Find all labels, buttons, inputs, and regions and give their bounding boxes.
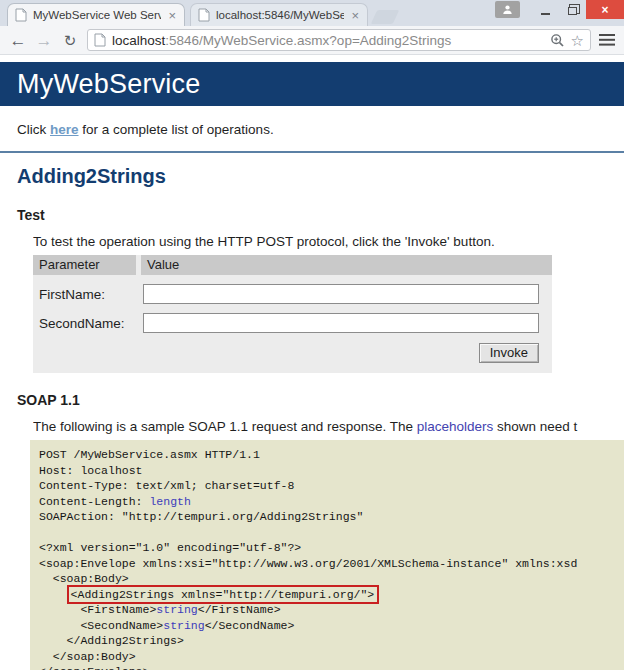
code-line: POST /MyWebService.asmx HTTP/1.1 <box>39 448 260 461</box>
minimize-button[interactable] <box>532 0 559 19</box>
url-text[interactable]: localhost:5846/MyWebService.asmx?op=Addi… <box>112 33 544 48</box>
secondname-input[interactable] <box>143 313 539 333</box>
soap11-heading: SOAP 1.1 <box>17 392 624 408</box>
profile-button[interactable] <box>495 1 520 18</box>
column-header-parameter: Parameter <box>33 255 136 275</box>
description-text: The following is a sample SOAP 1.1 reque… <box>33 419 417 434</box>
bookmark-star-icon[interactable]: ☆ <box>571 33 584 48</box>
browser-toolbar: ← → ↻ localhost:5846/MyWebService.asmx?o… <box>0 26 624 55</box>
zoom-icon[interactable] <box>550 33 565 48</box>
column-header-value: Value <box>141 255 552 275</box>
code-line: </FirstName> <box>198 603 281 616</box>
close-button[interactable]: × <box>586 0 624 19</box>
operations-intro: Click here for a complete list of operat… <box>17 122 624 137</box>
code-line: <SecondName> <box>39 619 163 632</box>
invoke-button[interactable]: Invoke <box>479 343 539 363</box>
firstname-label: FirstName: <box>33 287 143 302</box>
table-header-row: Parameter Value <box>33 255 552 275</box>
tab-title: localhost:5846/MyWebSe <box>216 9 344 21</box>
code-line: <?xml version="1.0" encoding="utf-8"?> <box>39 541 301 554</box>
back-icon[interactable]: ← <box>9 32 27 49</box>
address-bar[interactable]: localhost:5846/MyWebService.asmx?op=Addi… <box>87 29 591 51</box>
code-line: SOAPAction: "http://tempuri.org/Adding2S… <box>39 510 363 523</box>
url-path: :5846/MyWebService.asmx?op=Adding2String… <box>165 33 451 48</box>
reload-icon[interactable]: ↻ <box>61 33 79 48</box>
code-line <box>39 526 46 539</box>
test-parameters-table: Parameter Value FirstName: SecondName: I… <box>33 255 552 373</box>
new-tab-button[interactable] <box>371 10 400 24</box>
code-line <box>39 588 67 601</box>
page-favicon-icon <box>15 8 27 22</box>
test-heading: Test <box>17 207 624 223</box>
operation-title: Adding2Strings <box>17 165 624 188</box>
tab-mywebservice[interactable]: MyWebService Web Servi × <box>7 3 185 26</box>
code-line: Content-Length: <box>39 495 149 508</box>
code-line: </SecondName> <box>205 619 295 632</box>
code-line: Content-Type: text/xml; charset=utf-8 <box>39 479 294 492</box>
page-favicon-icon <box>198 8 210 22</box>
code-line: Host: localhost <box>39 464 143 477</box>
code-line: <soap:Envelope xmlns:xsi="http://www.w3.… <box>39 557 577 570</box>
code-line: </soap:Envelope> <box>39 665 149 670</box>
code-line: <FirstName> <box>39 603 156 616</box>
tab-localhost[interactable]: localhost:5846/MyWebSe × <box>190 3 368 26</box>
restore-button[interactable] <box>559 0 586 19</box>
tab-title: MyWebService Web Servi <box>33 9 161 21</box>
code-line: </Adding2Strings> <box>39 634 184 647</box>
soap-request-sample: POST /MyWebService.asmx HTTP/1.1Host: lo… <box>30 440 624 670</box>
description-text: shown need t <box>493 419 577 434</box>
restore-icon <box>568 7 577 15</box>
intro-text: for a complete list of operations. <box>79 122 274 137</box>
tab-close-icon[interactable]: × <box>350 9 360 22</box>
string-placeholder: string <box>156 603 197 616</box>
minimize-icon <box>541 13 550 15</box>
divider <box>0 151 624 153</box>
code-line: <soap:Body> <box>39 572 129 585</box>
url-host: localhost <box>112 33 165 48</box>
test-instruction: To test the operation using the HTTP POS… <box>33 234 624 249</box>
table-row: SecondName: <box>33 313 552 333</box>
service-banner: MyWebService <box>0 62 624 106</box>
code-line: </soap:Body> <box>39 650 136 663</box>
operations-list-link[interactable]: here <box>50 122 79 137</box>
service-title: MyWebService <box>17 69 200 100</box>
person-icon <box>502 4 513 15</box>
secondname-label: SecondName: <box>33 316 143 331</box>
length-placeholder: length <box>149 495 190 508</box>
firstname-input[interactable] <box>143 284 539 304</box>
tab-close-icon[interactable]: × <box>167 9 177 22</box>
table-row: FirstName: <box>33 284 552 304</box>
soap11-description: The following is a sample SOAP 1.1 reque… <box>33 419 624 434</box>
forward-icon[interactable]: → <box>35 32 53 49</box>
string-placeholder: string <box>163 619 204 632</box>
adding2strings-element: <Adding2Strings xmlns="http://tempuri.or… <box>71 588 375 601</box>
page-icon <box>94 33 106 47</box>
placeholders-text: placeholders <box>417 419 494 434</box>
table-footer: Invoke <box>33 333 552 371</box>
tab-strip: MyWebService Web Servi × localhost:5846/… <box>0 0 624 26</box>
highlight-box: <Adding2Strings xmlns="http://tempuri.or… <box>67 585 380 604</box>
window-controls: × <box>495 0 624 19</box>
intro-text: Click <box>17 122 50 137</box>
menu-icon[interactable] <box>599 34 615 46</box>
